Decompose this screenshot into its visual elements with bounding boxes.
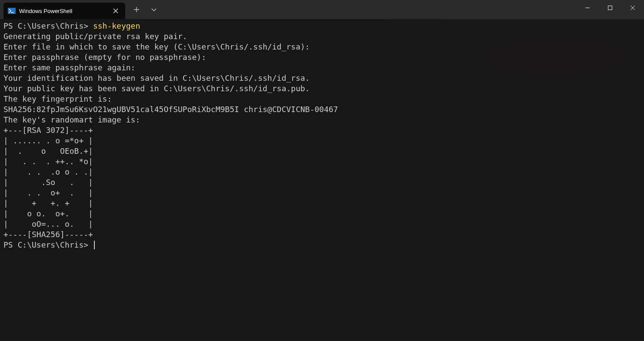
output-line: Enter file in which to save the key (C:\… — [3, 42, 310, 51]
output-line: | . . o+ . | — [3, 188, 93, 197]
minimize-button[interactable] — [576, 0, 599, 16]
output-line: | .So . | — [3, 178, 93, 187]
tab-dropdown-button[interactable] — [146, 2, 162, 17]
close-window-button[interactable] — [621, 0, 644, 16]
titlebar-left: Windows PowerShell — [0, 0, 162, 19]
output-line: The key fingerprint is: — [3, 94, 112, 103]
window-controls — [576, 0, 644, 16]
terminal-area[interactable]: PS C:\Users\Chris> ssh-keygen Generating… — [0, 19, 644, 341]
command-input: ssh-keygen — [93, 21, 140, 30]
prompt: PS C:\Users\Chris> — [3, 21, 93, 30]
tab-powershell[interactable]: Windows PowerShell — [3, 3, 125, 19]
titlebar: Windows PowerShell — [0, 0, 644, 19]
output-line: | ...... . o =*o+ | — [3, 136, 93, 145]
output-line: +---[RSA 3072]----+ — [3, 126, 93, 135]
output-line: | o o. o+. | — [3, 209, 93, 218]
output-line: | . o OEoB.+| — [3, 146, 93, 156]
new-tab-button[interactable] — [129, 2, 144, 17]
output-line: | . . .o o . .| — [3, 167, 93, 176]
tab-title: Windows PowerShell — [19, 8, 108, 14]
output-line: Your public key has been saved in C:\Use… — [3, 84, 310, 93]
output-line: SHA256:82fpJmSu6KsvO21wgUBV51cal45OfSUPo… — [3, 105, 338, 114]
output-line: Enter same passphrase again: — [3, 63, 135, 72]
output-line: Generating public/private rsa key pair. — [3, 32, 187, 41]
tab-close-button[interactable] — [111, 7, 120, 15]
tab-actions — [125, 0, 162, 19]
svg-rect-4 — [608, 6, 612, 10]
output-line: | oO=... o. | — [3, 219, 93, 228]
output-line: Enter passphrase (empty for no passphras… — [3, 53, 206, 62]
maximize-button[interactable] — [599, 0, 621, 16]
prompt: PS C:\Users\Chris> — [3, 240, 93, 249]
cursor — [94, 241, 95, 249]
output-line: Your identification has been saved in C:… — [3, 73, 310, 83]
svg-rect-1 — [8, 8, 16, 14]
output-line: | + +. + | — [3, 199, 93, 208]
powershell-icon — [8, 7, 16, 15]
output-line: The key's randomart image is: — [3, 115, 140, 124]
output-line: +----[SHA256]-----+ — [3, 230, 93, 239]
output-line: | . . . ++.. *o| — [3, 157, 93, 166]
